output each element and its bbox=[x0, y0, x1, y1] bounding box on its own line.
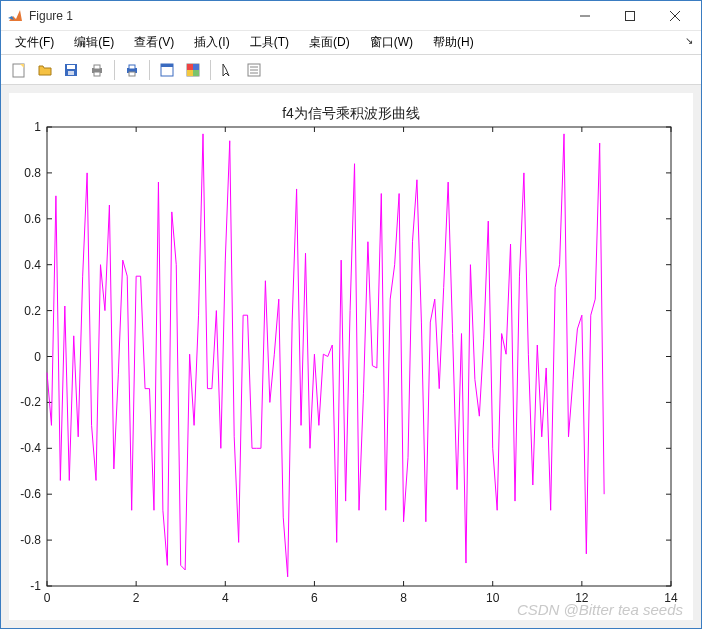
toolbar-separator bbox=[210, 60, 211, 80]
plot-area: f4为信号乘积波形曲线 02468101214-1-0.8-0.6-0.4-0.… bbox=[1, 85, 701, 628]
chart-canvas: 02468101214-1-0.8-0.6-0.4-0.200.20.40.60… bbox=[47, 127, 671, 586]
svg-text:2: 2 bbox=[133, 591, 140, 605]
axes-container: f4为信号乘积波形曲线 02468101214-1-0.8-0.6-0.4-0.… bbox=[9, 93, 693, 620]
svg-rect-19 bbox=[193, 64, 199, 70]
colorbar-button[interactable] bbox=[181, 58, 205, 82]
svg-rect-11 bbox=[94, 72, 100, 76]
title-bar[interactable]: Figure 1 bbox=[1, 1, 701, 31]
svg-text:8: 8 bbox=[400, 591, 407, 605]
svg-text:-0.8: -0.8 bbox=[20, 533, 41, 547]
svg-text:14: 14 bbox=[664, 591, 678, 605]
svg-text:10: 10 bbox=[486, 591, 500, 605]
open-button[interactable] bbox=[33, 58, 57, 82]
matlab-logo-icon bbox=[7, 8, 23, 24]
window-title: Figure 1 bbox=[29, 9, 562, 23]
menu-desktop[interactable]: 桌面(D) bbox=[299, 32, 360, 53]
window-controls bbox=[562, 2, 697, 30]
svg-text:0.6: 0.6 bbox=[24, 212, 41, 226]
svg-rect-18 bbox=[187, 64, 193, 70]
menu-file[interactable]: 文件(F) bbox=[5, 32, 64, 53]
toolbar bbox=[1, 55, 701, 85]
menu-view[interactable]: 查看(V) bbox=[124, 32, 184, 53]
insert-legend-button[interactable] bbox=[242, 58, 266, 82]
svg-rect-1 bbox=[625, 11, 634, 20]
print-preview-button[interactable] bbox=[120, 58, 144, 82]
svg-text:6: 6 bbox=[311, 591, 318, 605]
print-button[interactable] bbox=[85, 58, 109, 82]
svg-text:0.8: 0.8 bbox=[24, 166, 41, 180]
svg-text:0: 0 bbox=[44, 591, 51, 605]
figure-window: Figure 1 文件(F) 编辑(E) 查看(V) 插入(I) 工具(T) 桌… bbox=[0, 0, 702, 629]
svg-rect-16 bbox=[161, 64, 173, 67]
menu-help[interactable]: 帮助(H) bbox=[423, 32, 484, 53]
svg-text:-0.6: -0.6 bbox=[20, 487, 41, 501]
svg-text:1: 1 bbox=[34, 120, 41, 134]
svg-text:0: 0 bbox=[34, 350, 41, 364]
menu-tools[interactable]: 工具(T) bbox=[240, 32, 299, 53]
close-button[interactable] bbox=[652, 2, 697, 30]
menu-insert[interactable]: 插入(I) bbox=[184, 32, 239, 53]
menu-edit[interactable]: 编辑(E) bbox=[64, 32, 124, 53]
svg-text:12: 12 bbox=[575, 591, 589, 605]
toolbar-separator bbox=[149, 60, 150, 80]
new-figure-button[interactable] bbox=[7, 58, 31, 82]
chart-title: f4为信号乘积波形曲线 bbox=[9, 105, 693, 123]
svg-text:4: 4 bbox=[222, 591, 229, 605]
svg-rect-26 bbox=[47, 127, 671, 586]
svg-text:-0.2: -0.2 bbox=[20, 395, 41, 409]
save-button[interactable] bbox=[59, 58, 83, 82]
minimize-button[interactable] bbox=[562, 2, 607, 30]
menu-window[interactable]: 窗口(W) bbox=[360, 32, 423, 53]
edit-plot-button[interactable] bbox=[216, 58, 240, 82]
axes[interactable]: 02468101214-1-0.8-0.6-0.4-0.200.20.40.60… bbox=[47, 127, 671, 586]
toolbar-separator bbox=[114, 60, 115, 80]
undock-icon[interactable]: ↘ bbox=[685, 35, 693, 46]
svg-rect-20 bbox=[187, 70, 193, 76]
svg-rect-10 bbox=[94, 65, 100, 69]
svg-rect-7 bbox=[67, 65, 75, 69]
svg-rect-21 bbox=[193, 70, 199, 76]
svg-text:0.4: 0.4 bbox=[24, 258, 41, 272]
svg-text:-1: -1 bbox=[30, 579, 41, 593]
svg-text:-0.4: -0.4 bbox=[20, 441, 41, 455]
menu-bar: 文件(F) 编辑(E) 查看(V) 插入(I) 工具(T) 桌面(D) 窗口(W… bbox=[1, 31, 701, 55]
svg-rect-14 bbox=[129, 72, 135, 76]
svg-rect-13 bbox=[129, 65, 135, 69]
link-button[interactable] bbox=[155, 58, 179, 82]
svg-text:0.2: 0.2 bbox=[24, 304, 41, 318]
maximize-button[interactable] bbox=[607, 2, 652, 30]
svg-rect-8 bbox=[68, 71, 74, 75]
